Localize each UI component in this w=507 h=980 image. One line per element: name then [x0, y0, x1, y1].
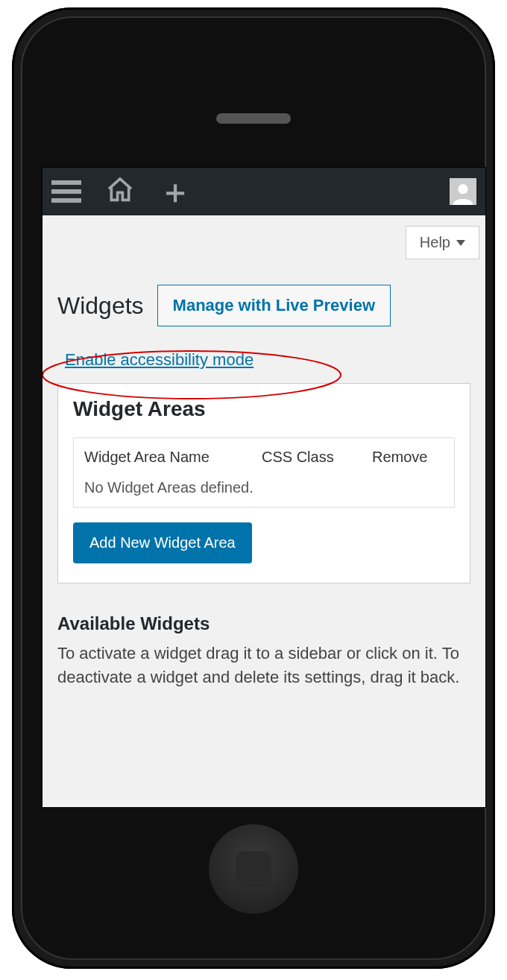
col-name: Widget Area Name — [84, 449, 241, 466]
widget-areas-table: Widget Area Name CSS Class Remove No Wid… — [73, 437, 455, 508]
widget-areas-panel: Widget Areas Widget Area Name CSS Class … — [57, 383, 470, 584]
available-widgets-section: Available Widgets To activate a widget d… — [42, 584, 485, 689]
page-title: Widgets — [57, 292, 144, 320]
home-icon[interactable] — [105, 175, 135, 208]
phone-home-button[interactable] — [209, 824, 298, 914]
widget-areas-heading: Widget Areas — [73, 397, 455, 421]
home-button-square-icon — [236, 851, 271, 887]
user-avatar[interactable] — [450, 178, 476, 205]
add-widget-area-button[interactable]: Add New Widget Area — [73, 522, 252, 563]
menu-icon[interactable] — [51, 180, 81, 203]
phone-inner: ＋ Help Widgets — [21, 16, 486, 960]
add-new-icon[interactable]: ＋ — [159, 175, 192, 208]
admin-bar: ＋ — [42, 168, 485, 215]
enable-accessibility-link[interactable]: Enable accessibility mode — [65, 350, 254, 370]
phone-speaker — [216, 113, 291, 124]
phone-frame: ＋ Help Widgets — [12, 7, 495, 969]
help-button[interactable]: Help — [406, 226, 479, 259]
available-widgets-heading: Available Widgets — [57, 613, 470, 634]
manage-live-preview-button[interactable]: Manage with Live Preview — [157, 285, 391, 326]
available-widgets-description: To activate a widget drag it to a sideba… — [57, 642, 470, 689]
chevron-down-icon — [456, 240, 465, 246]
col-remove: Remove — [372, 449, 447, 466]
svg-point-0 — [458, 184, 467, 194]
table-empty-message: No Widget Areas defined. — [84, 479, 444, 496]
help-label: Help — [420, 234, 450, 251]
table-header: Widget Area Name CSS Class Remove — [84, 449, 444, 466]
col-css: CSS Class — [262, 449, 351, 466]
screen: ＋ Help Widgets — [42, 167, 486, 808]
page-content: Help Widgets Manage with Live Preview En… — [42, 215, 485, 704]
